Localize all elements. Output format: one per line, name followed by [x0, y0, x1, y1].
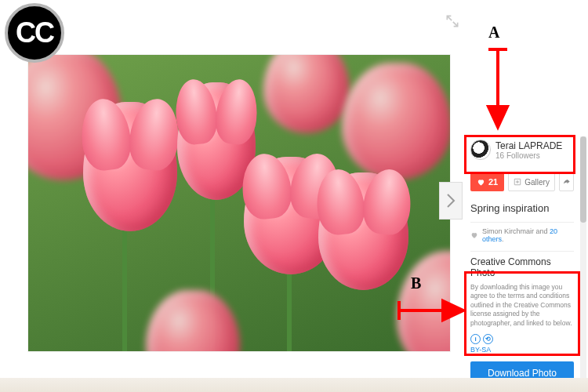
- photo-title: Spring inspiration: [470, 202, 574, 214]
- info-sidebar: Terai LAPRADE 16 Followers 21 Gallery Sp…: [464, 0, 588, 392]
- gallery-icon: [514, 178, 521, 186]
- liked-by-name: Simon Kirchmair: [482, 227, 534, 235]
- cc-sa-icon: ⟲: [483, 334, 493, 344]
- next-image-button[interactable]: [439, 182, 463, 220]
- chevron-right-icon: [446, 193, 456, 209]
- author-name: Terai LAPRADE: [495, 140, 562, 151]
- share-arrow-icon: [562, 178, 571, 187]
- cc-section-heading: Creative Commons Photo: [470, 256, 574, 278]
- cc-license-link[interactable]: BY-SA: [470, 346, 574, 354]
- like-button[interactable]: 21: [470, 172, 504, 191]
- scrollbar-thumb[interactable]: [580, 136, 586, 223]
- cc-logo: CC: [5, 3, 64, 63]
- sidebar-scrollbar[interactable]: [580, 136, 586, 387]
- cc-by-icon: i: [470, 334, 481, 344]
- expand-button[interactable]: [442, 11, 463, 31]
- action-row: 21 Gallery: [470, 172, 574, 191]
- photo-main: [28, 55, 450, 351]
- gallery-label: Gallery: [524, 178, 550, 187]
- share-button[interactable]: [559, 172, 574, 191]
- expand-icon: [445, 13, 460, 29]
- like-count: 21: [488, 177, 498, 187]
- divider: [470, 222, 574, 223]
- cc-logo-text: CC: [16, 16, 53, 49]
- cc-license-icons: i ⟲: [470, 334, 574, 344]
- divider: [470, 251, 574, 252]
- gallery-button[interactable]: Gallery: [508, 172, 555, 191]
- author-followers: 16 Followers: [495, 151, 562, 160]
- cc-section-body: By downloading this image you agree to t…: [470, 283, 574, 328]
- bottom-strip: [0, 378, 588, 392]
- avatar: [470, 140, 491, 160]
- heart-outline-icon: [470, 231, 478, 239]
- author-row[interactable]: Terai LAPRADE 16 Followers: [470, 136, 574, 165]
- liked-by-row: Simon Kirchmair and 20 others.: [470, 227, 574, 243]
- heart-icon: [477, 178, 485, 187]
